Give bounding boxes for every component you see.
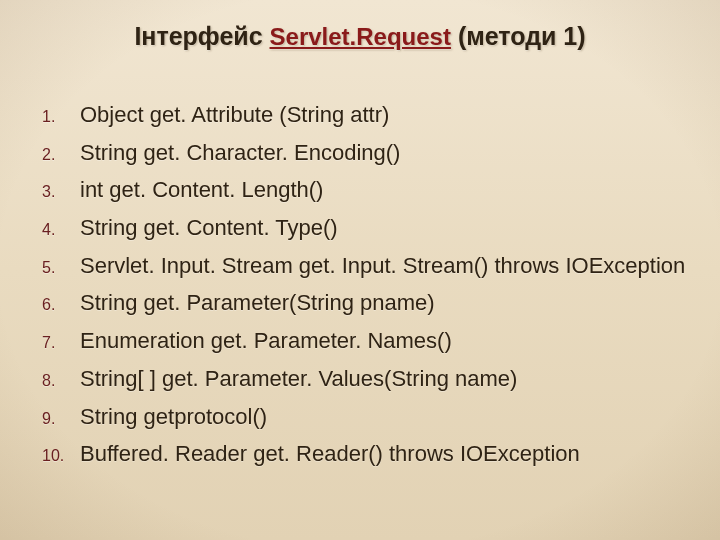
list-item: 2. String get. Character. Encoding() bbox=[42, 138, 682, 168]
item-text: Enumeration get. Parameter. Names() bbox=[80, 326, 452, 356]
title-suffix: (методи 1) bbox=[458, 22, 586, 50]
methods-list: 1. Object get. Attribute (String attr) 2… bbox=[42, 100, 682, 477]
item-number: 4. bbox=[42, 219, 80, 241]
list-item: 3. int get. Content. Length() bbox=[42, 175, 682, 205]
item-number: 10. bbox=[42, 445, 80, 467]
slide-title: Інтерфейс Servlet.Request (методи 1) bbox=[0, 22, 720, 51]
list-item: 7. Enumeration get. Parameter. Names() bbox=[42, 326, 682, 356]
item-number: 8. bbox=[42, 370, 80, 392]
item-number: 6. bbox=[42, 294, 80, 316]
item-number: 2. bbox=[42, 144, 80, 166]
title-redlink: Servlet.Request bbox=[270, 23, 451, 50]
item-text: Servlet. Input. Stream get. Input. Strea… bbox=[80, 251, 685, 281]
item-number: 9. bbox=[42, 408, 80, 430]
item-text: String get. Content. Type() bbox=[80, 213, 338, 243]
list-item: 5. Servlet. Input. Stream get. Input. St… bbox=[42, 251, 682, 281]
item-number: 3. bbox=[42, 181, 80, 203]
item-number: 5. bbox=[42, 257, 80, 279]
item-text: Buffered. Reader get. Reader() throws IO… bbox=[80, 439, 580, 469]
list-item: 9. String getprotocol() bbox=[42, 402, 682, 432]
item-text: String get. Parameter(String pname) bbox=[80, 288, 435, 318]
list-item: 1. Object get. Attribute (String attr) bbox=[42, 100, 682, 130]
list-item: 10. Buffered. Reader get. Reader() throw… bbox=[42, 439, 682, 469]
item-text: String get. Character. Encoding() bbox=[80, 138, 400, 168]
title-prefix: Інтерфейс bbox=[134, 22, 262, 50]
list-item: 8. String[ ] get. Parameter. Values(Stri… bbox=[42, 364, 682, 394]
item-text: int get. Content. Length() bbox=[80, 175, 323, 205]
item-number: 7. bbox=[42, 332, 80, 354]
list-item: 4. String get. Content. Type() bbox=[42, 213, 682, 243]
item-text: Object get. Attribute (String attr) bbox=[80, 100, 389, 130]
item-text: String[ ] get. Parameter. Values(String … bbox=[80, 364, 517, 394]
list-item: 6. String get. Parameter(String pname) bbox=[42, 288, 682, 318]
item-text: String getprotocol() bbox=[80, 402, 267, 432]
item-number: 1. bbox=[42, 106, 80, 128]
